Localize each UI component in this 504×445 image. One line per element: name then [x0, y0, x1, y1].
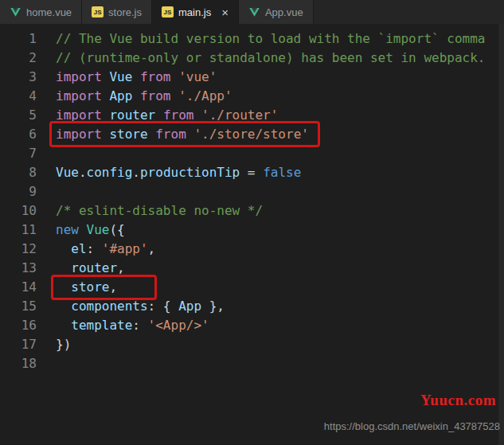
code-line-2[interactable]: 2// (runtime-only or standalone) has bee… [0, 49, 504, 68]
line-number: 1 [0, 29, 37, 49]
code-line-12[interactable]: 12 el: '#app', [0, 240, 504, 259]
annotation-box: store, [56, 278, 117, 297]
vue-logo-icon [248, 6, 260, 18]
code-token: router [71, 260, 117, 275]
code-token: './App' [178, 88, 232, 103]
line-content: // The Vue build version to load with th… [37, 31, 485, 46]
line-content: new Vue({ [37, 222, 125, 237]
code-token: , [117, 260, 125, 275]
code-token: // (runtime-only or standalone) has been… [56, 50, 485, 65]
line-content: template: '<App/>' [37, 318, 209, 333]
line-content: // (runtime-only or standalone) has been… [37, 50, 485, 65]
code-token: config [87, 165, 133, 180]
code-token: // The Vue build version to load with th… [56, 31, 485, 46]
line-number: 15 [0, 297, 37, 316]
code-token [56, 318, 71, 333]
annotation-box: import store from './store/store' [56, 125, 309, 144]
code-line-11[interactable]: 11new Vue({ [0, 221, 504, 240]
code-token: components [71, 299, 147, 314]
code-line-1[interactable]: 1// The Vue build version to load with t… [0, 29, 504, 49]
tab-label: home.vue [26, 6, 72, 18]
line-number: 17 [0, 335, 37, 354]
code-line-5[interactable]: 5import router from './router' [0, 106, 504, 125]
code-token: : [132, 318, 147, 333]
code-token: './store/store' [193, 127, 309, 142]
tab-label: main.js [178, 6, 211, 18]
line-number: 3 [0, 68, 37, 87]
code-token: import [56, 69, 109, 84]
code-token: . [79, 165, 87, 180]
line-number: 14 [0, 278, 37, 297]
code-token: false [263, 165, 301, 180]
code-token: Vue [87, 222, 110, 237]
close-icon[interactable]: × [221, 6, 229, 18]
code-token: store [71, 279, 109, 295]
code-line-8[interactable]: 8Vue.config.productionTip = false [0, 163, 504, 182]
line-number: 10 [0, 201, 37, 221]
code-token [56, 260, 71, 275]
code-token [56, 279, 71, 295]
tab-home.vue[interactable]: home.vue [0, 0, 82, 24]
code-token: '#app' [102, 241, 148, 256]
code-token [56, 299, 71, 314]
code-lines: 1// The Vue build version to load with t… [0, 29, 504, 373]
code-line-14[interactable]: 14 store, [0, 278, 504, 297]
tab-store.js[interactable]: JSstore.js [82, 0, 152, 24]
code-token: from [140, 88, 178, 103]
vue-logo-icon [10, 6, 21, 18]
code-line-13[interactable]: 13 router, [0, 259, 504, 278]
tab-main.js[interactable]: JSmain.js× [152, 0, 239, 24]
line-number: 9 [0, 182, 37, 201]
code-line-9[interactable]: 9 [0, 182, 504, 201]
tab-label: store.js [108, 6, 142, 18]
code-token: el [71, 241, 86, 256]
code-token: 'vue' [178, 69, 217, 84]
code-line-18[interactable]: 18 [0, 354, 504, 373]
code-token [56, 241, 71, 256]
watermark: Yuucn.com [420, 392, 496, 409]
line-number: 16 [0, 316, 37, 335]
line-content [37, 146, 56, 161]
line-content: import App from './App' [37, 88, 232, 103]
code-token: Vue [56, 165, 79, 180]
code-line-15[interactable]: 15 components: { App }, [0, 297, 504, 316]
line-number: 13 [0, 259, 37, 278]
line-content [37, 184, 56, 199]
code-token: ({ [109, 222, 124, 237]
code-token: /* eslint-disable no-new */ [56, 203, 263, 218]
code-line-16[interactable]: 16 template: '<App/>' [0, 316, 504, 335]
code-token: . [132, 165, 140, 180]
code-line-10[interactable]: 10/* eslint-disable no-new */ [0, 201, 504, 221]
tab-label: App.vue [265, 6, 303, 18]
tab-App.vue[interactable]: App.vue [239, 0, 314, 24]
code-token: '<App/>' [148, 318, 209, 333]
code-line-3[interactable]: 3import Vue from 'vue' [0, 68, 504, 87]
line-number: 4 [0, 87, 37, 106]
code-line-4[interactable]: 4import App from './App' [0, 87, 504, 106]
code-line-6[interactable]: 6import store from './store/store' [0, 125, 504, 144]
code-token: }, [201, 299, 225, 314]
code-token: import [56, 107, 109, 123]
line-content: store, [37, 279, 117, 295]
code-token: new [56, 222, 87, 237]
line-content: import store from './store/store' [37, 127, 309, 142]
line-content: el: '#app', [37, 241, 155, 256]
line-content: import router from './router' [37, 107, 278, 123]
line-content: }) [37, 337, 71, 352]
code-token: from [155, 127, 193, 142]
line-content: /* eslint-disable no-new */ [37, 203, 263, 218]
code-token: from [140, 69, 178, 84]
line-content [37, 356, 56, 371]
line-number: 12 [0, 240, 37, 259]
code-token: = [240, 165, 263, 180]
code-line-17[interactable]: 17}) [0, 335, 504, 354]
line-number: 2 [0, 49, 37, 68]
code-editor[interactable]: 1// The Vue build version to load with t… [0, 24, 504, 445]
line-content: import Vue from 'vue' [37, 69, 217, 84]
scrollbar[interactable] [498, 24, 504, 445]
code-token: }) [56, 337, 71, 352]
code-token: import [56, 127, 109, 142]
code-line-7[interactable]: 7 [0, 144, 504, 163]
line-content: components: { App }, [37, 299, 225, 314]
line-content: Vue.config.productionTip = false [37, 165, 301, 180]
